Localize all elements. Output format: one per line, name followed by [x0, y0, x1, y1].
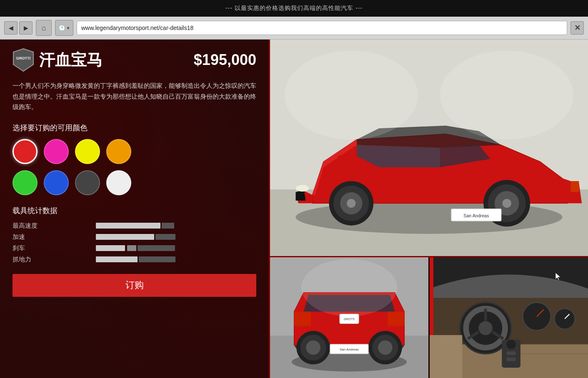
- stats-title: 载具统计数据: [13, 206, 256, 216]
- stat-bar-accel: [96, 234, 256, 240]
- car-rear-image: GROTTI: [270, 257, 428, 378]
- stat-filled-brake: [96, 245, 125, 251]
- stat-bar-speed: [96, 223, 256, 229]
- svg-text:San Andreas: San Andreas: [463, 213, 489, 218]
- car-price: $195,000: [194, 51, 256, 69]
- stat-empty-accel: [155, 234, 175, 240]
- main-car-svg: San Andreas: [270, 40, 588, 256]
- top-banner-text: --- 以最实惠的价格选购我们高端的高性能汽车 ---: [225, 5, 363, 12]
- stat-filled-speed: [96, 223, 160, 229]
- svg-text:GROTTI: GROTTI: [344, 318, 355, 321]
- svg-rect-58: [506, 351, 515, 355]
- stat-partial-brake: [127, 245, 136, 251]
- svg-point-20: [440, 51, 573, 139]
- main-car-image: San Andreas: [270, 40, 588, 257]
- main-content: GROTTI 汗血宝马 $195,000 一个男人们不为身穿略微发黄的丁字裤感到…: [0, 40, 588, 378]
- color-white[interactable]: [106, 170, 131, 195]
- rear-car-svg: GROTTI: [270, 257, 428, 378]
- stat-label-brake: 刹车: [13, 244, 46, 252]
- svg-point-35: [378, 341, 393, 355]
- svg-point-15: [503, 199, 511, 208]
- stat-bar-brake: [96, 245, 256, 251]
- svg-point-38: [301, 259, 397, 316]
- color-magenta[interactable]: [44, 139, 69, 164]
- right-panel: San Andreas: [269, 40, 588, 378]
- stat-row-brake: 刹车: [13, 244, 256, 252]
- svg-rect-24: [294, 312, 311, 326]
- stat-empty-speed: [162, 223, 174, 229]
- stat-filled-accel: [96, 234, 154, 240]
- color-dark-gray[interactable]: [75, 170, 100, 195]
- color-red[interactable]: [13, 139, 38, 164]
- left-panel: GROTTI 汗血宝马 $195,000 一个男人们不为身穿略微发黄的丁字裤感到…: [0, 40, 269, 378]
- svg-point-44: [478, 321, 493, 335]
- svg-point-7: [296, 185, 309, 191]
- color-blue[interactable]: [44, 170, 69, 195]
- home-button[interactable]: ⌂: [36, 20, 52, 36]
- car-brand-logo: GROTTI 汗血宝马: [13, 48, 103, 72]
- color-yellow[interactable]: [75, 139, 100, 164]
- stat-label-speed: 最高速度: [13, 222, 46, 230]
- stat-label-accel: 加速: [13, 233, 46, 241]
- stat-row-accel: 加速: [13, 233, 256, 241]
- back-button[interactable]: ◀: [4, 21, 18, 35]
- color-orange[interactable]: [106, 139, 131, 164]
- nav-buttons: ◀ ▶: [4, 21, 33, 35]
- stat-row-traction: 抓地力: [13, 256, 256, 264]
- svg-text:San Andreas: San Andreas: [340, 348, 359, 351]
- color-section-title: 选择要订购的可用颜色: [13, 123, 256, 133]
- close-button[interactable]: ✕: [570, 21, 584, 35]
- car-header: GROTTI 汗血宝马 $195,000: [13, 48, 256, 72]
- top-banner: --- 以最实惠的价格选购我们高端的高性能汽车 ---: [0, 0, 588, 17]
- stat-empty-brake: [138, 245, 175, 251]
- svg-rect-25: [388, 312, 404, 326]
- car-interior-image: [430, 257, 588, 378]
- url-text: www.legendarymotorsport.net/car-details1…: [81, 25, 193, 31]
- color-section: 选择要订购的可用颜色: [13, 123, 256, 195]
- forward-button[interactable]: ▶: [19, 21, 33, 35]
- interior-car-svg: [430, 257, 588, 378]
- svg-point-57: [506, 340, 515, 349]
- stat-empty-traction: [139, 256, 175, 262]
- car-name: 汗血宝马: [39, 50, 103, 71]
- svg-point-11: [347, 199, 355, 208]
- brand-logo-shield: GROTTI: [13, 48, 34, 72]
- browser-chrome: ◀ ▶ ⌂ 🕐 ▼ www.legendarymotorsport.net/ca…: [0, 17, 588, 40]
- address-bar[interactable]: www.legendarymotorsport.net/car-details1…: [77, 21, 567, 35]
- stats-section: 载具统计数据 最高速度 加速 刹车: [13, 206, 256, 264]
- stat-row-speed: 最高速度: [13, 222, 256, 230]
- svg-rect-53: [430, 335, 462, 378]
- svg-point-19: [285, 51, 418, 139]
- svg-rect-59: [506, 358, 515, 361]
- stat-label-traction: 抓地力: [13, 256, 46, 264]
- car-description: 一个男人们不为身穿略微发黄的丁字裤感到羞耻的国家，能够制造出令人为之惊叹的汽车也…: [13, 80, 256, 112]
- color-grid: [13, 139, 256, 195]
- color-green[interactable]: [13, 170, 38, 195]
- history-button[interactable]: 🕐 ▼: [55, 20, 73, 36]
- stat-bar-traction: [96, 256, 256, 262]
- svg-rect-16: [571, 181, 579, 192]
- buy-button[interactable]: 订购: [13, 274, 256, 297]
- svg-point-32: [306, 341, 320, 355]
- bottom-images: GROTTI: [270, 257, 588, 378]
- stat-filled-traction: [96, 256, 138, 262]
